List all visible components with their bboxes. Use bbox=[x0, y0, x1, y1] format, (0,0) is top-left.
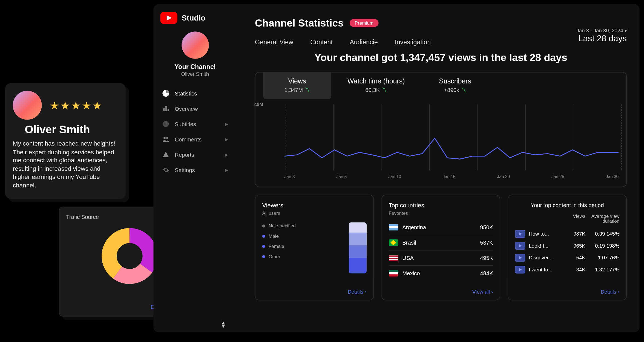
sidebar-item-label: Reports bbox=[175, 152, 194, 158]
country-name: Mexico bbox=[402, 270, 420, 276]
stacked-bar bbox=[349, 222, 366, 274]
content-views: 987K bbox=[560, 231, 585, 237]
tab-general[interactable]: General View bbox=[255, 38, 293, 45]
avatar bbox=[13, 91, 42, 120]
headline: Your channel got 1,347,457 views in the … bbox=[255, 51, 627, 63]
metric-value: 1,347M bbox=[284, 87, 303, 93]
video-thumb-icon bbox=[515, 266, 525, 274]
sidebar-item-reports[interactable]: Reports ▶ bbox=[160, 147, 230, 162]
svg-rect-4 bbox=[165, 106, 167, 111]
country-value: 495K bbox=[480, 255, 493, 261]
content-avg: 1:32 177% bbox=[585, 267, 620, 273]
gear-icon bbox=[162, 166, 170, 174]
countries-card: Top countries Favorites Argentina 950K B… bbox=[381, 195, 500, 300]
testimonial-card: ★★★★★ Oliver Smith My content has reache… bbox=[5, 83, 126, 199]
sidebar-item-label: Overview bbox=[175, 105, 198, 112]
chevron-right-icon: ▶ bbox=[225, 168, 228, 172]
panel-title: Top countries bbox=[389, 202, 493, 209]
country-name: USA bbox=[402, 255, 414, 261]
date-range-text: Jan 3 - Jan 30, 2024 bbox=[576, 28, 623, 34]
chevron-right-icon: ▶ bbox=[225, 122, 228, 126]
country-row: Mexico 484K bbox=[389, 266, 493, 281]
metric-value: +890k bbox=[444, 87, 459, 93]
content-name: I went to... bbox=[529, 267, 560, 273]
people-icon bbox=[162, 135, 170, 143]
content-views: 54K bbox=[560, 255, 585, 261]
legend-dot bbox=[262, 255, 265, 258]
content-row: How to...987K0:39 145% bbox=[515, 228, 619, 240]
metric-subscribers[interactable]: Suscribers +890k 〽 bbox=[421, 73, 489, 99]
country-row: Argentina 950K bbox=[389, 220, 493, 235]
tab-content[interactable]: Content bbox=[310, 38, 333, 45]
panel-subtitle: All users bbox=[262, 210, 367, 216]
xtick: Jan 30 bbox=[606, 174, 619, 179]
svg-point-11 bbox=[166, 137, 168, 139]
metric-value: 60,3K bbox=[365, 87, 380, 93]
premium-badge: Premium bbox=[350, 19, 379, 27]
flag-icon bbox=[389, 255, 398, 261]
panel-title: Viewers bbox=[262, 202, 367, 209]
metric-label: Suscribers bbox=[434, 77, 476, 85]
country-row: USA 495K bbox=[389, 251, 493, 266]
content-avg: 0:19 198% bbox=[585, 243, 620, 249]
country-value: 950K bbox=[480, 224, 493, 230]
trend-up-icon: 〽 bbox=[381, 87, 387, 93]
sidebar-item-comments[interactable]: Comments ▶ bbox=[160, 132, 230, 147]
countries-viewall-link[interactable]: View all bbox=[472, 289, 493, 295]
content-views: 34K bbox=[560, 267, 585, 273]
page-title: Channel Statistics bbox=[255, 17, 344, 29]
content-avg: 1:07 76% bbox=[585, 255, 620, 261]
country-name: Brasil bbox=[402, 239, 416, 246]
channel-owner: Oliver Smith bbox=[160, 71, 230, 77]
content-name: Discover... bbox=[529, 255, 560, 261]
sidebar: Studio Your Channel Oliver Smith Statist… bbox=[154, 4, 237, 332]
top-content-card: Your top content in this period Views Av… bbox=[508, 195, 627, 300]
date-range-label: Last 28 days bbox=[576, 34, 626, 44]
logo-text: Studio bbox=[182, 13, 205, 22]
sidebar-item-label: Settings bbox=[175, 167, 195, 173]
svg-rect-3 bbox=[163, 108, 165, 111]
tab-audience[interactable]: Audiencie bbox=[350, 38, 378, 45]
svg-point-8 bbox=[165, 124, 166, 124]
video-thumb-icon bbox=[515, 254, 525, 262]
flag-icon bbox=[389, 224, 398, 230]
sidebar-item-overview[interactable]: Overview bbox=[160, 101, 230, 116]
profile: Your Channel Oliver Smith bbox=[160, 31, 230, 77]
studio-app: Studio Your Channel Oliver Smith Statist… bbox=[154, 4, 640, 332]
xtick: Jan 5 bbox=[336, 174, 347, 179]
avatar bbox=[182, 31, 209, 59]
metric-label: Watch time (hours) bbox=[347, 77, 405, 85]
resize-handle-icon[interactable]: ▴▾ bbox=[222, 321, 225, 327]
svg-point-7 bbox=[164, 124, 165, 124]
sidebar-item-label: Comments bbox=[175, 136, 202, 142]
sidebar-item-settings[interactable]: Settings ▶ bbox=[160, 162, 230, 178]
tab-investigation[interactable]: Investigation bbox=[395, 38, 431, 45]
legend-label: Female bbox=[269, 244, 284, 249]
viewers-details-link[interactable]: Details bbox=[348, 289, 367, 295]
svg-rect-5 bbox=[168, 109, 169, 111]
content-row: Look! I...965K0:19 198% bbox=[515, 240, 619, 252]
bars-icon bbox=[162, 105, 170, 112]
legend-dot bbox=[262, 234, 265, 237]
dots-icon bbox=[162, 120, 170, 128]
views-chart-card: Views 1,347M 〽 Watch time (hours) 60,3K … bbox=[255, 72, 627, 187]
metric-watchtime[interactable]: Watch time (hours) 60,3K 〽 bbox=[335, 73, 418, 99]
xtick: Jan 10 bbox=[388, 174, 401, 179]
sidebar-item-label: Subtitles bbox=[175, 121, 196, 127]
play-icon bbox=[160, 12, 177, 24]
testimonial-body: My content has reached new heights! Thei… bbox=[13, 140, 118, 190]
date-range-picker[interactable]: Jan 3 - Jan 30, 2024 ▾ Last 28 days bbox=[576, 28, 626, 44]
xtick: Jan 25 bbox=[551, 174, 564, 179]
video-thumb-icon bbox=[515, 242, 525, 250]
line-chart: 5M 2,5M 1M 0 bbox=[263, 104, 619, 179]
topcontent-details-link[interactable]: Details bbox=[601, 289, 620, 295]
col-avg: Average view duration bbox=[585, 213, 620, 224]
sidebar-item-statistics[interactable]: Statistics bbox=[160, 86, 230, 101]
sidebar-item-subtitles[interactable]: Subtitles ▶ bbox=[160, 116, 230, 132]
metric-views[interactable]: Views 1,347M 〽 bbox=[263, 73, 331, 99]
country-name: Argentina bbox=[402, 224, 426, 230]
legend-dot bbox=[262, 224, 265, 227]
video-thumb-icon bbox=[515, 230, 525, 238]
testimonial-name: Oliver Smith bbox=[25, 123, 118, 136]
country-value: 537K bbox=[480, 239, 493, 246]
